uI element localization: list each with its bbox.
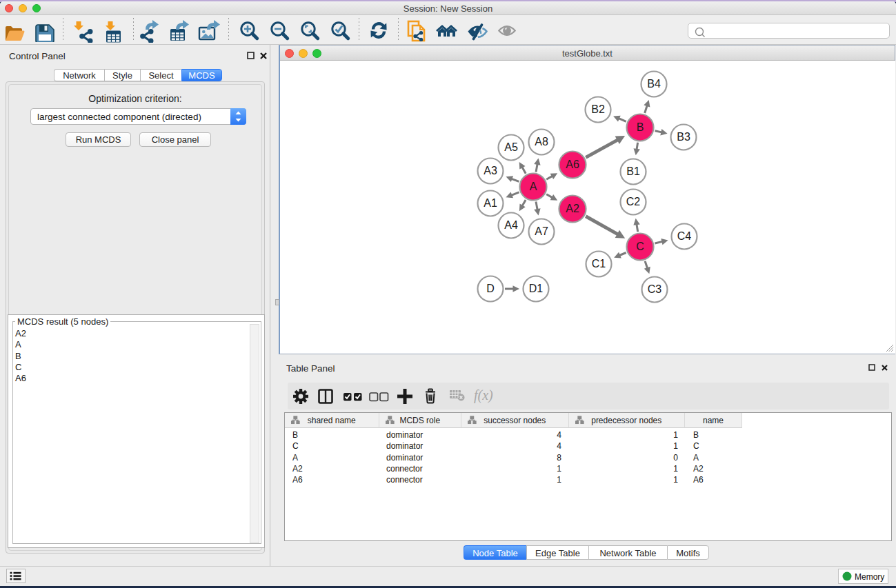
svg-text:A5: A5 xyxy=(504,141,518,153)
svg-text:A: A xyxy=(530,181,537,192)
svg-text:B4: B4 xyxy=(647,78,661,90)
svg-text:A1: A1 xyxy=(484,197,497,209)
svg-text:B1: B1 xyxy=(626,165,640,177)
svg-text:B: B xyxy=(637,121,644,133)
svg-text:A3: A3 xyxy=(484,165,497,176)
svg-text:C3: C3 xyxy=(648,283,662,295)
svg-text:A4: A4 xyxy=(504,219,518,231)
svg-text:D1: D1 xyxy=(529,283,544,294)
svg-text:C4: C4 xyxy=(677,230,692,242)
svg-text:A7: A7 xyxy=(535,225,548,237)
svg-text:A2: A2 xyxy=(566,203,579,214)
svg-text:A6: A6 xyxy=(566,159,579,170)
svg-text:D: D xyxy=(486,283,495,294)
svg-text:C2: C2 xyxy=(626,196,641,207)
svg-text:C: C xyxy=(636,241,644,252)
svg-text:C1: C1 xyxy=(592,258,606,270)
svg-text:A8: A8 xyxy=(535,136,548,148)
svg-text:B2: B2 xyxy=(591,103,605,115)
svg-text:B3: B3 xyxy=(677,131,690,143)
